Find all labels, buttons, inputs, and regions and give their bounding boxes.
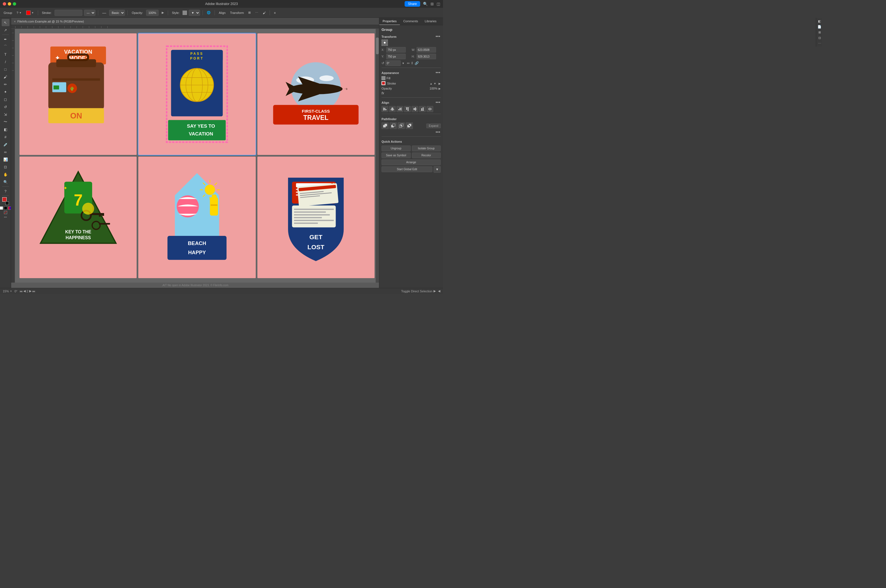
y-input[interactable] (386, 54, 406, 59)
global-edit-arrow-btn[interactable]: ▼ (434, 166, 441, 173)
x-input[interactable] (386, 47, 406, 52)
pathfinder-exclude-btn[interactable] (406, 122, 413, 129)
paintbrush-tool[interactable]: 🖌 (2, 73, 9, 80)
artboard-beach-happy[interactable]: BEACH HAPPY (138, 157, 255, 278)
expand-button[interactable]: Expand (426, 123, 441, 128)
align-options-icon[interactable]: ⋯ (254, 10, 260, 15)
pathfinder-unite-btn[interactable] (381, 122, 389, 129)
brush-icon[interactable]: 🖌 (261, 10, 267, 15)
h-input[interactable] (417, 54, 436, 59)
tool-toggle[interactable]: Toggle Direct Selection ▶ (401, 289, 436, 293)
grid-icon[interactable]: ⊞ (247, 10, 252, 15)
select-tool[interactable]: ↖ (2, 19, 9, 26)
black-swatch[interactable] (4, 206, 7, 210)
align-top-btn[interactable] (404, 106, 411, 112)
first-page-btn[interactable]: ⏮ (20, 290, 23, 293)
unknown-tool[interactable]: ? (2, 188, 9, 195)
last-page-btn[interactable]: ⏭ (32, 290, 35, 293)
artboard-key-happiness[interactable]: 7 ✦ KEY (20, 157, 137, 278)
align-distribute-btn[interactable] (426, 106, 433, 112)
align-bottom-btn[interactable] (419, 106, 426, 112)
rect-tool[interactable]: □ (2, 66, 9, 73)
appearance-more-btn[interactable]: ••• (435, 70, 441, 75)
stroke-input[interactable] (54, 10, 83, 16)
type-tool[interactable]: T (2, 51, 9, 58)
opacity-arrow[interactable]: ▶ (160, 10, 165, 15)
minimize-button[interactable] (8, 2, 11, 6)
align-more-btn[interactable]: ••• (435, 100, 441, 105)
fill-swatch[interactable] (2, 197, 7, 202)
pencil-tool[interactable]: ✏ (2, 81, 9, 88)
pen-tool[interactable]: ✒ (2, 36, 9, 43)
align-label[interactable]: Align (217, 10, 227, 15)
search-icon[interactable]: 🔍 (423, 2, 428, 6)
more-tools-btn[interactable]: ••• (4, 216, 7, 219)
rotation-control[interactable]: 0° (15, 290, 18, 293)
align-center-v-btn[interactable] (411, 106, 418, 112)
white-swatch[interactable] (0, 206, 3, 210)
column-chart-tool[interactable]: 📊 (2, 156, 9, 163)
tab-close-button[interactable]: × (14, 20, 16, 23)
artboard-vacation-mode[interactable]: VACATION MODE: ✦ (20, 33, 137, 155)
gradient-swatch[interactable] (8, 206, 11, 210)
stroke-up-arrow[interactable]: ▲ (429, 82, 432, 85)
eyedropper-tool[interactable]: 💉 (2, 141, 9, 148)
line-tool[interactable]: / (2, 58, 9, 65)
constrain-icon[interactable]: 🔗 (414, 61, 419, 65)
stroke-icon-container[interactable] (381, 81, 386, 86)
hand-tool[interactable]: ✋ (2, 171, 9, 178)
stroke-expand-arrow[interactable]: ▶ (438, 82, 441, 85)
close-button[interactable] (3, 2, 6, 6)
stroke-type-select[interactable]: — (84, 10, 95, 16)
basic-select[interactable]: Basic (109, 10, 125, 16)
share-button[interactable]: Share (405, 1, 420, 7)
group-type-selector[interactable]: ?▼ (15, 10, 23, 15)
nine-box-ref[interactable] (381, 39, 388, 46)
shaper-tool[interactable]: ✦ (2, 88, 9, 95)
curvature-tool[interactable]: ⌒ (2, 43, 9, 50)
color-swatches[interactable] (2, 197, 9, 205)
zoom-tool[interactable]: 🔍 (2, 178, 9, 186)
next-page-btn[interactable]: ▶ (29, 289, 32, 293)
artboard-first-class-travel[interactable]: FIRST-CLASS TRAVEL (257, 33, 375, 155)
opacity-appear-arrow[interactable]: ▶ (438, 87, 441, 90)
rotate-dropdown[interactable]: ▼ (402, 62, 405, 65)
tool-arrow-btn[interactable]: ▶ (434, 289, 436, 293)
flip-v-icon[interactable]: ⇕ (411, 61, 413, 65)
canvas-scroll-area[interactable]: |||||||||||||||| —————— VACATION MODE (11, 25, 379, 283)
rotate-input[interactable] (385, 60, 401, 66)
gradient-tool[interactable]: ◧ (2, 126, 9, 133)
zoom-control[interactable]: 15% ▼ (3, 290, 12, 293)
scrollbar-thumb[interactable] (376, 38, 379, 54)
comments-tab[interactable]: Comments (400, 18, 421, 25)
warp-tool[interactable]: 〜 (2, 118, 9, 126)
libraries-tab[interactable]: Libraries (421, 18, 440, 25)
scale-tool[interactable]: ⇲ (2, 111, 9, 118)
artboard-passport[interactable]: PASS PORT (138, 33, 255, 155)
prev-page-btn[interactable]: ◀ (23, 289, 26, 293)
stroke-swatch[interactable] (5, 201, 9, 205)
pathfinder-minus-front-btn[interactable] (390, 122, 397, 129)
artboard-tool[interactable]: ⊡ (2, 163, 9, 171)
style-swatch[interactable] (183, 10, 187, 15)
transform-label[interactable]: Transform (229, 10, 245, 15)
align-left-btn[interactable] (381, 106, 388, 112)
fill-color-swatch[interactable] (381, 76, 385, 80)
rotate-tool[interactable]: ↺ (2, 103, 9, 110)
align-right-btn[interactable] (396, 106, 403, 112)
mesh-tool[interactable]: # (2, 133, 9, 141)
align-center-h-btn[interactable] (389, 106, 396, 112)
start-global-edit-button[interactable]: Start Global Edit (381, 166, 432, 172)
stroke-color-selector[interactable]: ▼ (25, 10, 35, 16)
pathfinder-more-btn[interactable]: ••• (435, 130, 441, 134)
isolate-group-button[interactable]: Isolate Group (412, 146, 441, 151)
save-as-symbol-button[interactable]: Save as Symbol (381, 152, 411, 158)
properties-tab[interactable]: Properties (379, 18, 400, 25)
none-swatch[interactable] (4, 211, 7, 214)
page-navigation[interactable]: ⏮ ◀ 2 ▶ ⏭ (20, 289, 35, 293)
traffic-lights[interactable] (3, 2, 16, 6)
vertical-scrollbar[interactable] (375, 29, 379, 283)
pathfinder-intersect-btn[interactable] (398, 122, 405, 129)
zoom-dropdown[interactable]: ▼ (10, 290, 12, 292)
style-select[interactable]: ▼ (189, 10, 200, 16)
